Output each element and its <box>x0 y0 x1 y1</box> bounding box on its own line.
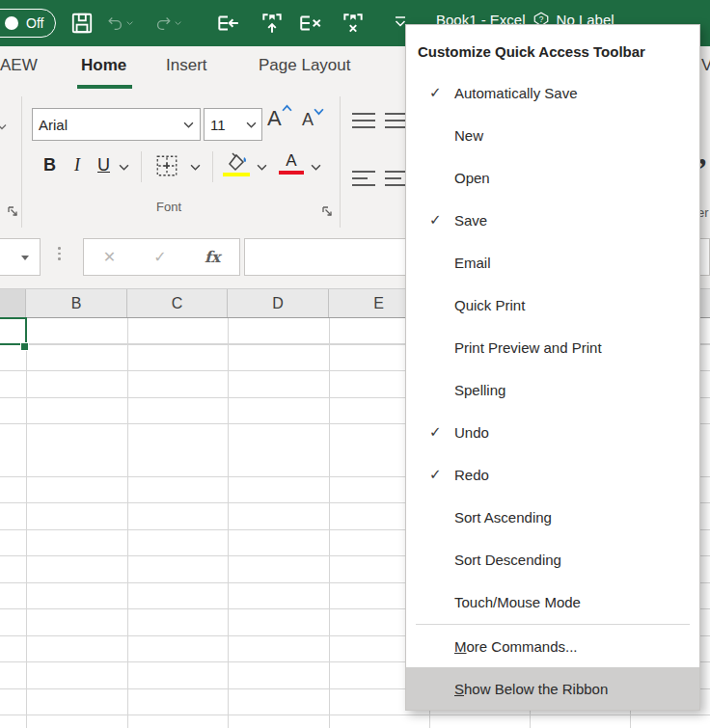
tab-page-layout[interactable]: Page Layout <box>259 56 350 75</box>
menu-item-open[interactable]: Open <box>406 156 699 199</box>
bold-button[interactable]: B <box>43 155 56 175</box>
save-icon[interactable] <box>68 10 96 37</box>
menu-item-show-below-the-ribbon[interactable]: Show Below the Ribbon <box>406 667 699 710</box>
font-size-combobox[interactable]: 11 <box>204 108 262 141</box>
column-header-b[interactable]: B <box>26 289 127 317</box>
check-icon: ✓ <box>429 211 454 229</box>
caret-down-icon <box>314 108 324 116</box>
align-center-icon[interactable] <box>384 169 407 190</box>
menu-item-quick-print[interactable]: Quick Print <box>406 283 699 326</box>
borders-dropdown-icon[interactable] <box>190 164 201 171</box>
autosave-knob <box>5 16 18 30</box>
menu-item-email[interactable]: Email <box>406 241 699 283</box>
font-group-label: Font <box>116 200 222 214</box>
undo-icon[interactable] <box>106 10 133 37</box>
font-name-value: Arial <box>33 117 183 133</box>
insert-cells-above-icon[interactable] <box>259 10 286 37</box>
align-middle-icon[interactable] <box>384 111 407 130</box>
delete-cells-below-icon[interactable] <box>340 10 367 37</box>
gridline <box>228 318 229 728</box>
delete-cells-icon[interactable] <box>297 10 324 37</box>
name-box-dropdown-icon[interactable] <box>21 256 29 260</box>
tab-home[interactable]: Home <box>81 56 126 75</box>
excel-window: Off <box>0 0 710 728</box>
check-icon: ✓ <box>429 84 454 101</box>
align-top-icon[interactable] <box>351 111 378 130</box>
active-cell-a1[interactable] <box>0 317 27 345</box>
fill-color-button[interactable] <box>223 151 250 176</box>
gridline <box>329 318 330 728</box>
align-left-icon[interactable] <box>351 169 378 190</box>
menu-item-undo[interactable]: ✓ Undo <box>406 411 699 453</box>
column-header-a-partial[interactable] <box>0 289 26 317</box>
active-tab-underline <box>77 85 132 89</box>
chevron-down-icon <box>183 121 194 128</box>
fill-color-dropdown-icon[interactable] <box>257 164 267 171</box>
redo-icon[interactable] <box>154 10 181 37</box>
check-icon: ✓ <box>429 423 454 441</box>
formula-bar-drag-handle[interactable] <box>58 247 61 260</box>
menu-header: Customize Quick Access Toolbar <box>406 38 699 71</box>
group-separator <box>21 96 22 228</box>
underline-dropdown-icon[interactable] <box>119 164 129 171</box>
font-color-bar <box>279 171 304 175</box>
button-separator <box>141 151 142 182</box>
column-header-c[interactable]: C <box>127 289 228 317</box>
font-name-combobox[interactable]: Arial <box>32 108 201 141</box>
menu-item-save[interactable]: ✓ Save <box>406 199 699 241</box>
menu-item-redo[interactable]: ✓ Redo <box>406 453 699 496</box>
menu-item-print-preview-and-print[interactable]: Print Preview and Print <box>406 326 699 368</box>
menu-item-new[interactable]: New <box>406 114 699 156</box>
menu-item-sort-descending[interactable]: Sort Descending <box>406 538 699 580</box>
clipboard-dialog-launcher-icon[interactable] <box>6 204 19 218</box>
italic-button[interactable]: I <box>74 155 80 175</box>
menu-item-spelling[interactable]: Spelling <box>406 368 699 411</box>
caret-up-icon <box>282 104 292 112</box>
formula-buttons: ✕ ✓ fx <box>83 238 240 276</box>
increase-font-size-button[interactable]: A <box>267 104 292 131</box>
autosave-label: Off <box>26 15 43 31</box>
fill-color-bar <box>223 173 250 176</box>
gridline <box>26 318 27 728</box>
menu-item-sort-ascending[interactable]: Sort Ascending <box>406 496 699 538</box>
clipped-chevron-icon <box>0 123 7 130</box>
autosave-toggle[interactable]: Off <box>0 9 56 38</box>
font-dialog-launcher-icon[interactable] <box>320 204 334 218</box>
tab-insert[interactable]: Insert <box>166 56 207 75</box>
name-box[interactable] <box>0 238 41 276</box>
cancel-icon[interactable]: ✕ <box>103 248 116 266</box>
button-separator <box>212 151 213 182</box>
font-color-button[interactable]: A <box>279 151 304 175</box>
svg-text:?: ? <box>538 15 543 24</box>
font-size-value: 11 <box>205 117 246 133</box>
column-header-d[interactable]: D <box>228 289 329 317</box>
font-color-dropdown-icon[interactable] <box>311 164 321 171</box>
chevron-down-icon <box>246 121 257 128</box>
menu-item-automatically-save[interactable]: ✓ Automatically Save <box>406 71 699 114</box>
borders-button[interactable] <box>154 153 179 178</box>
menu-separator <box>416 624 690 625</box>
insert-function-icon[interactable]: fx <box>205 248 220 266</box>
gridline <box>127 318 128 728</box>
decrease-font-size-button[interactable]: A <box>302 108 324 130</box>
menu-item-more-commands[interactable]: More Commands... <box>406 626 699 667</box>
customize-qat-menu: Customize Quick Access Toolbar ✓ Automat… <box>405 24 700 711</box>
check-icon: ✓ <box>429 466 454 483</box>
insert-cells-left-icon[interactable] <box>214 10 241 37</box>
fill-handle[interactable] <box>20 342 29 351</box>
underline-button[interactable]: U <box>97 155 110 175</box>
enter-icon[interactable]: ✓ <box>153 248 166 266</box>
tab-partial-left[interactable]: AEW <box>0 56 38 75</box>
menu-item-touch-mouse-mode[interactable]: Touch/Mouse Mode <box>406 580 699 623</box>
group-separator <box>340 96 341 228</box>
tab-partial-right[interactable]: V <box>701 56 710 75</box>
